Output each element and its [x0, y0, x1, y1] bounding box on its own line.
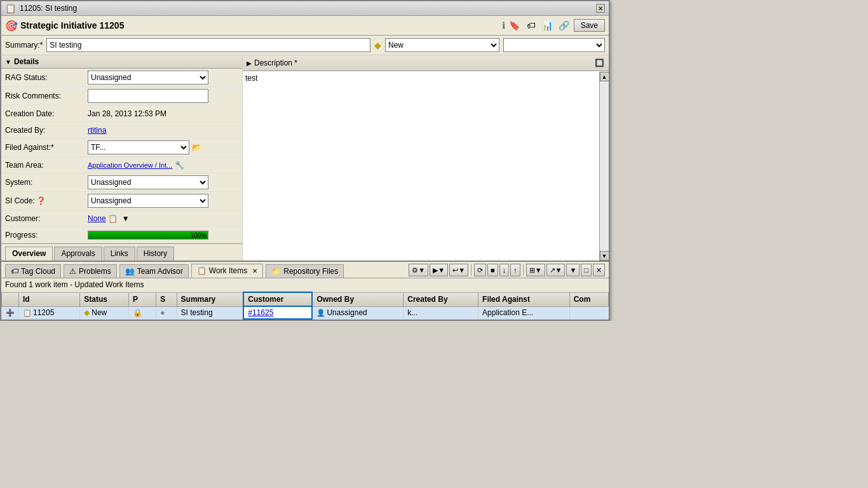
row-customer-value: #11625: [248, 308, 273, 317]
work-items-table: Id Status P S Summary Customer Owned By …: [1, 292, 609, 320]
team-area-icon[interactable]: 🔧: [173, 159, 185, 171]
work-items-close-icon[interactable]: ✕: [252, 268, 257, 274]
expand-icon: ➕: [6, 309, 15, 316]
filed-against-dropdown[interactable]: TF...: [88, 140, 189, 154]
scroll-down-arrow[interactable]: ▼: [600, 251, 609, 261]
tag-icon[interactable]: 🏷: [524, 18, 538, 32]
tab-tag-cloud-label: Tag Cloud: [21, 267, 55, 276]
tab-repository-files-label: Repository Files: [283, 267, 338, 276]
row-owned-by-value: Unassigned: [327, 308, 367, 317]
link-icon[interactable]: 🔗: [557, 18, 571, 32]
team-advisor-icon: 👥: [125, 267, 135, 276]
system-dropdown[interactable]: Unassigned: [88, 175, 208, 189]
creation-date-row: Creation Date: Jan 28, 2013 12:53 PM: [1, 105, 242, 122]
bottom-tabs: 🏷 Tag Cloud ⚠ Problems 👥 Team Advisor 📋 …: [1, 262, 609, 278]
nav-btn[interactable]: ↩▼: [449, 264, 468, 276]
tab-tag-cloud[interactable]: 🏷 Tag Cloud: [5, 264, 61, 278]
filed-against-row: Filed Against:* TF... 📂: [1, 139, 242, 157]
desc-collapse-arrow[interactable]: ▶: [247, 60, 252, 67]
stop-btn[interactable]: ■: [487, 264, 498, 276]
col-header-owned-by[interactable]: Owned By: [312, 292, 403, 306]
col-header-summary[interactable]: Summary: [177, 292, 243, 306]
description-scrollbar[interactable]: ▲ ▼: [599, 72, 609, 261]
si-code-dropdown[interactable]: Unassigned: [88, 194, 208, 208]
row-expand[interactable]: ➕: [2, 306, 19, 319]
col-header-filed-against[interactable]: Filed Against: [478, 292, 570, 306]
col-header-com[interactable]: Com: [569, 292, 608, 306]
status-diamond-icon: ◆: [374, 40, 381, 50]
rag-status-dropdown[interactable]: Unassigned: [88, 71, 208, 85]
progress-bar: 100%: [88, 231, 208, 240]
tab-repository-files[interactable]: 📁 Repository Files: [266, 264, 344, 278]
save-button[interactable]: Save: [574, 19, 605, 32]
creation-date-label: Creation Date:: [5, 109, 88, 118]
col-header-created-by[interactable]: Created By: [403, 292, 478, 306]
tab-overview[interactable]: Overview: [5, 247, 53, 261]
sync-btn[interactable]: ⟳: [474, 264, 486, 276]
problems-icon: ⚠: [69, 267, 76, 276]
tab-team-advisor-label: Team Advisor: [137, 267, 183, 276]
main-window: 📋 11205: SI testing ✕ 🎯 Strategic Initia…: [0, 0, 610, 321]
tab-history[interactable]: History: [137, 247, 174, 261]
row-s: ●: [156, 306, 177, 319]
grid-btn[interactable]: ⊞▼: [526, 264, 545, 276]
extra-dropdown[interactable]: [503, 38, 605, 52]
tab-approvals[interactable]: Approvals: [54, 247, 102, 261]
status-diamond-icon: ◆: [84, 308, 90, 317]
row-status-value: New: [92, 308, 107, 317]
tab-links[interactable]: Links: [104, 247, 135, 261]
tab-work-items[interactable]: 📋 Work Items ✕: [191, 264, 263, 278]
creation-date-value: Jan 28, 2013 12:53 PM: [88, 109, 238, 118]
export-btn[interactable]: ↗▼: [546, 264, 566, 276]
col-header-id[interactable]: Id: [19, 292, 80, 306]
row-p: 🔒: [128, 306, 156, 319]
customer-label: Customer:: [5, 214, 88, 223]
close-button[interactable]: ✕: [596, 4, 605, 13]
description-expand-icon[interactable]: 🔲: [593, 57, 605, 69]
up-btn[interactable]: ↑: [510, 264, 520, 276]
risk-comments-row: Risk Comments:: [1, 87, 242, 105]
bookmark-icon[interactable]: 🔖: [508, 18, 522, 32]
details-title: Details: [14, 57, 39, 66]
col-header-status[interactable]: Status: [80, 292, 129, 306]
collapse-arrow[interactable]: ▼: [5, 58, 11, 65]
customer-value[interactable]: None: [88, 214, 106, 223]
si-code-help-icon[interactable]: ❓: [36, 196, 46, 205]
status-dropdown[interactable]: New In Progress Resolved: [385, 38, 499, 52]
chart-icon[interactable]: 📊: [541, 18, 555, 32]
rag-status-label: RAG Status:: [5, 73, 88, 82]
tab-team-advisor[interactable]: 👥 Team Advisor: [119, 264, 189, 278]
progress-row: Progress: 100%: [1, 227, 242, 243]
down-btn[interactable]: ↓: [499, 264, 510, 276]
main-content: ▼ Details RAG Status: Unassigned Risk Co…: [1, 55, 609, 261]
customer-dropdown-icon[interactable]: ▼: [120, 213, 132, 224]
system-label: System:: [5, 178, 88, 187]
col-header-customer[interactable]: Customer: [243, 292, 312, 306]
filed-against-label: Filed Against:*: [5, 143, 88, 152]
col-header-p[interactable]: P: [128, 292, 156, 306]
summary-input[interactable]: [46, 38, 370, 52]
customer-browse-icon[interactable]: 📋: [107, 213, 119, 224]
close-panel-btn[interactable]: ✕: [593, 264, 605, 276]
tag-cloud-icon: 🏷: [11, 267, 18, 276]
scroll-track[interactable]: [600, 81, 609, 251]
progress-text: 100%: [190, 231, 207, 240]
scroll-up-arrow[interactable]: ▲: [600, 72, 609, 81]
col-header-s[interactable]: S: [156, 292, 177, 306]
tab-problems[interactable]: ⚠ Problems: [64, 264, 117, 278]
description-content[interactable]: test: [243, 71, 609, 261]
filed-against-browse-icon[interactable]: 📂: [191, 142, 202, 153]
title-bar: 📋 11205: SI testing ✕: [1, 1, 609, 16]
customer-row: Customer: None 📋 ▼: [1, 210, 242, 227]
table-row[interactable]: ➕ 📋 11205 ◆ New: [2, 306, 609, 319]
restore-panel-btn[interactable]: □: [581, 264, 592, 276]
filter-btn[interactable]: ⚙▼: [409, 264, 428, 276]
system-row: System: Unassigned: [1, 173, 242, 192]
run-btn[interactable]: ▶▼: [430, 264, 448, 276]
si-code-label: SI Code: ❓: [5, 196, 88, 205]
detail-tabs: Overview Approvals Links History: [1, 243, 242, 261]
collapse-panel-btn[interactable]: ▼: [566, 264, 580, 276]
window-title: 11205: SI testing: [20, 4, 77, 13]
risk-comments-input[interactable]: [88, 89, 208, 103]
row-summary: SI testing: [177, 306, 243, 319]
